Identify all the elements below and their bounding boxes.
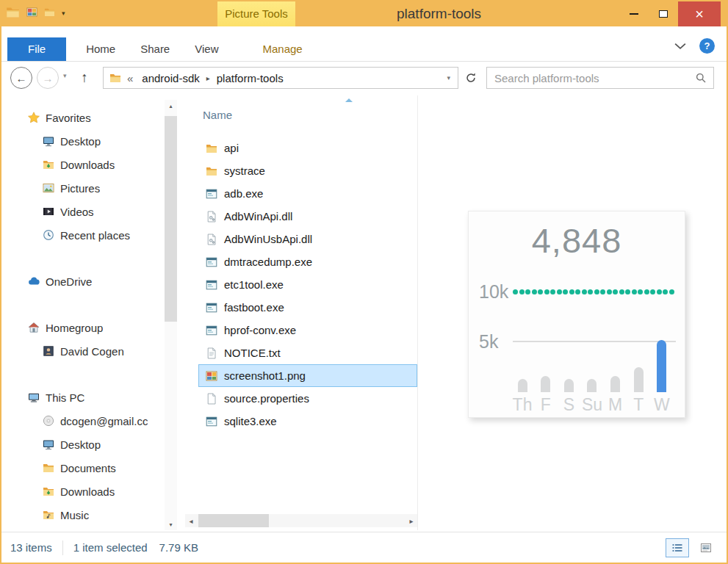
- file-name: api: [224, 142, 239, 154]
- sidebar-item-label: OneDrive: [46, 275, 92, 288]
- up-button[interactable]: ↑: [75, 68, 94, 88]
- address-dropdown-icon[interactable]: ▾: [447, 74, 452, 82]
- tab-share[interactable]: Share: [128, 37, 182, 61]
- forward-button[interactable]: →: [37, 67, 59, 89]
- column-header-name[interactable]: Name: [203, 109, 232, 121]
- scroll-right-icon[interactable]: ▸: [406, 514, 417, 527]
- qat-properties-icon[interactable]: [26, 7, 37, 18]
- chart-day-label-f: F: [535, 395, 557, 415]
- breadcrumb-android-sdk[interactable]: android-sdk: [138, 72, 203, 84]
- scroll-down-icon[interactable]: ▾: [165, 518, 177, 530]
- file-name: adb.exe: [224, 187, 263, 200]
- file-row-notice-txt[interactable]: NOTICE.txt: [198, 341, 417, 364]
- tab-manage[interactable]: Manage: [250, 37, 314, 61]
- file-list-horizontal-scrollbar[interactable]: ◂ ▸: [185, 514, 417, 527]
- sidebar-item-homegroup[interactable]: Homegroup: [1, 316, 165, 339]
- chart-bar-f: [541, 376, 550, 392]
- folder-down-icon: [43, 159, 54, 170]
- sidebar-item-label: Desktop: [60, 438, 101, 451]
- sidebar-scrollbar[interactable]: ▴ ▾: [165, 100, 177, 530]
- chart-bar-m: [610, 376, 620, 392]
- file-row-adb-exe[interactable]: adb.exe: [198, 182, 417, 205]
- sidebar-item-documents[interactable]: Documents: [1, 456, 165, 480]
- close-button[interactable]: ×: [678, 1, 721, 26]
- file-row-adbwinusbapi-dll[interactable]: AdbWinUsbApi.dll: [198, 228, 417, 250]
- file-row-adbwinapi-dll[interactable]: AdbWinApi.dll: [198, 205, 417, 228]
- forward-icon: →: [43, 72, 54, 84]
- history-dropdown-icon[interactable]: ▾: [63, 72, 67, 79]
- thumbnails-view-button[interactable]: [694, 538, 718, 557]
- scroll-up-icon[interactable]: ▴: [165, 100, 177, 112]
- refresh-button[interactable]: [461, 68, 480, 87]
- chart-goal-axis-label: 10k: [479, 281, 513, 303]
- breadcrumb-root[interactable]: «: [127, 72, 133, 84]
- sidebar-item-recent-places[interactable]: Recent places: [1, 223, 165, 247]
- file-row-sqlite3-exe[interactable]: sqlite3.exe: [198, 410, 417, 433]
- window-icon: [206, 325, 217, 336]
- file-name: etc1tool.exe: [224, 278, 284, 291]
- tab-view[interactable]: View: [182, 37, 231, 61]
- folder-icon: [43, 462, 54, 474]
- status-bar: 13 items 1 item selected 7.79 KB: [1, 532, 727, 563]
- sidebar-item-label: Favorites: [46, 112, 91, 124]
- back-button[interactable]: ←: [10, 67, 32, 89]
- sidebar-item-onedrive[interactable]: OneDrive: [1, 270, 165, 293]
- sidebar-item-pictures[interactable]: Pictures: [1, 176, 165, 200]
- search-input[interactable]: [487, 72, 695, 84]
- file-row-systrace[interactable]: systrace: [198, 159, 417, 182]
- search-icon: [695, 72, 707, 84]
- page-gear-icon: [206, 234, 217, 245]
- file-name: sqlite3.exe: [224, 415, 277, 427]
- expand-ribbon-button[interactable]: [674, 43, 686, 50]
- search-button[interactable]: [695, 72, 713, 84]
- tab-file[interactable]: File: [7, 37, 66, 61]
- breadcrumb-platform-tools[interactable]: platform-tools: [213, 72, 287, 84]
- sidebar-item-downloads[interactable]: Downloads: [1, 480, 165, 503]
- sidebar-item-desktop[interactable]: Desktop: [1, 129, 165, 153]
- sidebar-item-this-pc[interactable]: This PC: [1, 386, 165, 409]
- qat-customize-dropdown-icon[interactable]: ▾: [62, 7, 65, 17]
- sidebar-item-dcogen-gmail-cc[interactable]: dcogen@gmail.cc: [1, 409, 165, 433]
- file-name: source.properties: [224, 392, 309, 405]
- chart-bar-th: [518, 379, 527, 392]
- file-row-screenshot1-png[interactable]: screenshot1.png: [198, 364, 417, 387]
- sidebar-item-label: Desktop: [60, 135, 101, 148]
- minimize-button[interactable]: [619, 1, 649, 26]
- chart-bar-t: [634, 367, 644, 392]
- scroll-left-icon[interactable]: ◂: [185, 514, 197, 527]
- breadcrumb-separator-icon[interactable]: ▸: [203, 74, 213, 82]
- view-buttons: [666, 538, 718, 557]
- column-divider[interactable]: [417, 95, 418, 530]
- sidebar-item-desktop[interactable]: Desktop: [1, 433, 165, 456]
- picture-tools-contextual-tab[interactable]: Picture Tools: [217, 1, 295, 26]
- scrollbar-thumb[interactable]: [165, 116, 177, 322]
- file-row-source-properties[interactable]: source.properties: [198, 387, 417, 410]
- horizontal-scrollbar-thumb[interactable]: [198, 514, 269, 527]
- window-title: platform-tools: [397, 1, 481, 26]
- file-row-hprof-conv-exe[interactable]: hprof-conv.exe: [198, 319, 417, 341]
- qat-new-folder-icon[interactable]: [44, 7, 55, 18]
- maximize-button[interactable]: [649, 1, 678, 26]
- sidebar-item-videos[interactable]: Videos: [1, 200, 165, 223]
- sidebar-item-label: Pictures: [60, 182, 100, 195]
- sidebar-item-label: Recent places: [60, 229, 130, 242]
- sidebar-item-music[interactable]: Music: [1, 503, 165, 527]
- refresh-icon: [465, 72, 477, 84]
- sidebar-item-downloads[interactable]: Downloads: [1, 153, 165, 176]
- details-view-button[interactable]: [666, 538, 689, 557]
- sort-ascending-indicator: [345, 98, 353, 102]
- file-name: NOTICE.txt: [224, 347, 281, 359]
- sidebar-item-favorites[interactable]: Favorites: [1, 106, 165, 129]
- file-row-api[interactable]: api: [198, 137, 417, 159]
- file-row-etc1tool-exe[interactable]: etc1tool.exe: [198, 273, 417, 296]
- help-button[interactable]: ?: [699, 38, 715, 54]
- sidebar-item-david-cogen[interactable]: David Cogen: [1, 339, 165, 363]
- thumbnails-view-icon: [700, 542, 712, 554]
- sidebar-item-label: Downloads: [60, 485, 115, 498]
- file-row-dmtracedump-exe[interactable]: dmtracedump.exe: [198, 250, 417, 273]
- sidebar: FavoritesDesktopDownloadsPicturesVideosR…: [1, 106, 165, 527]
- file-row-fastboot-exe[interactable]: fastboot.exe: [198, 296, 417, 319]
- breadcrumb[interactable]: « android-sdk ▸ platform-tools ▾: [103, 67, 458, 89]
- tab-home[interactable]: Home: [73, 37, 128, 61]
- up-icon: ↑: [81, 70, 88, 86]
